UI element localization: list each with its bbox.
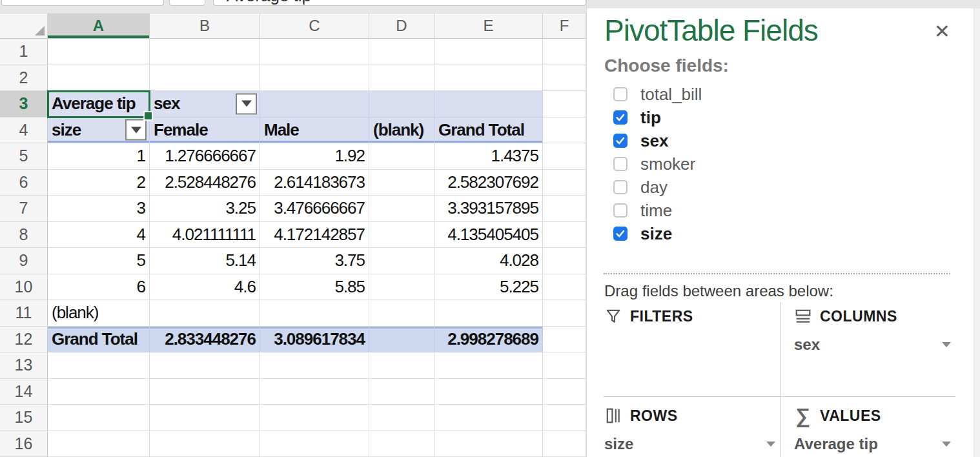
checkbox-unchecked[interactable] xyxy=(613,180,628,194)
column-header-F[interactable]: F xyxy=(543,14,586,38)
cell-C12[interactable]: 3.089617834 xyxy=(260,327,369,353)
field-row-total_bill[interactable]: total_bill xyxy=(604,83,953,106)
cell-A16[interactable] xyxy=(48,431,150,457)
cell-A4[interactable]: size xyxy=(48,117,150,144)
cell-E4[interactable]: Grand Total xyxy=(434,117,543,144)
area-item-Average tip[interactable]: Average tip xyxy=(794,435,951,453)
cell-A9[interactable]: 5 xyxy=(48,248,150,274)
cell-F3[interactable] xyxy=(543,91,586,117)
cell-C14[interactable] xyxy=(260,379,369,405)
cell-D13[interactable] xyxy=(369,352,434,379)
cell-F11[interactable] xyxy=(543,300,586,327)
cell-A13[interactable] xyxy=(48,352,150,379)
field-row-sex[interactable]: sex xyxy=(604,129,953,152)
cell-C10[interactable]: 5.85 xyxy=(260,274,369,301)
cell-E6[interactable]: 2.582307692 xyxy=(434,170,543,196)
cell-E13[interactable] xyxy=(434,352,543,379)
fx-button[interactable] xyxy=(169,0,205,6)
row-header-4[interactable]: 4 xyxy=(0,117,48,144)
column-header-B[interactable]: B xyxy=(150,14,260,38)
cell-B6[interactable]: 2.528448276 xyxy=(150,170,260,196)
cell-E12[interactable]: 2.998278689 xyxy=(434,327,543,353)
row-header-2[interactable]: 2 xyxy=(0,65,48,92)
cell-B11[interactable] xyxy=(150,300,260,327)
cell-C15[interactable] xyxy=(260,405,369,431)
cell-D10[interactable] xyxy=(369,274,434,301)
chevron-down-icon[interactable] xyxy=(942,442,951,447)
cell-E16[interactable] xyxy=(434,431,543,457)
cell-D4[interactable]: (blank) xyxy=(369,117,434,144)
values-area[interactable]: ∑ VALUES Average tip xyxy=(794,407,951,453)
row-header-3[interactable]: 3 xyxy=(0,91,48,117)
checkbox-checked[interactable] xyxy=(613,227,628,241)
cell-D6[interactable] xyxy=(369,170,434,196)
cell-C2[interactable] xyxy=(260,65,369,92)
cell-E2[interactable] xyxy=(434,65,543,92)
close-icon[interactable]: ✕ xyxy=(934,22,950,41)
cell-F4[interactable] xyxy=(543,117,586,144)
filter-dropdown-button[interactable] xyxy=(236,93,257,114)
cell-E9[interactable]: 4.028 xyxy=(434,248,543,274)
cell-D11[interactable] xyxy=(369,300,434,327)
cell-F14[interactable] xyxy=(543,379,586,405)
select-all-corner[interactable] xyxy=(0,14,48,38)
cell-B2[interactable] xyxy=(150,65,260,92)
cell-E7[interactable]: 3.393157895 xyxy=(434,196,543,222)
area-item-sex[interactable]: sex xyxy=(794,336,951,354)
cell-A14[interactable] xyxy=(48,379,150,405)
cell-C16[interactable] xyxy=(260,431,369,457)
cell-E14[interactable] xyxy=(434,379,543,405)
area-item-size[interactable]: size xyxy=(604,435,775,453)
cell-C9[interactable]: 3.75 xyxy=(260,248,369,274)
cell-B3[interactable]: sex xyxy=(150,91,260,117)
field-row-time[interactable]: time xyxy=(604,199,953,222)
chevron-down-icon[interactable] xyxy=(942,342,951,347)
cell-C5[interactable]: 1.92 xyxy=(260,143,369,170)
cell-E15[interactable] xyxy=(434,405,543,431)
chevron-down-icon[interactable] xyxy=(766,442,775,447)
columns-area[interactable]: COLUMNS sex xyxy=(794,307,951,354)
checkbox-checked[interactable] xyxy=(613,110,628,125)
cell-F8[interactable] xyxy=(543,222,586,249)
filter-dropdown-button[interactable] xyxy=(125,119,147,141)
cell-A1[interactable] xyxy=(48,39,150,65)
field-row-smoker[interactable]: smoker xyxy=(604,152,953,176)
cell-B4[interactable]: Female xyxy=(150,117,260,144)
cell-A3[interactable]: Average tip xyxy=(48,91,150,117)
cell-A2[interactable] xyxy=(48,65,150,92)
cell-F9[interactable] xyxy=(543,248,586,274)
cell-D9[interactable] xyxy=(369,248,434,274)
cell-B14[interactable] xyxy=(150,379,260,405)
row-header-1[interactable]: 1 xyxy=(0,39,48,65)
cell-B13[interactable] xyxy=(150,352,260,379)
row-header-15[interactable]: 15 xyxy=(0,405,48,431)
row-header-6[interactable]: 6 xyxy=(0,170,48,196)
cell-F6[interactable] xyxy=(543,170,586,196)
row-header-12[interactable]: 12 xyxy=(0,327,48,353)
checkbox-unchecked[interactable] xyxy=(613,203,628,218)
row-header-16[interactable]: 16 xyxy=(0,431,48,457)
cell-E1[interactable] xyxy=(434,39,543,65)
checkbox-checked[interactable] xyxy=(613,134,628,148)
cell-F2[interactable] xyxy=(543,65,586,92)
cell-E3[interactable] xyxy=(434,91,543,117)
cell-B15[interactable] xyxy=(150,405,260,431)
cell-D14[interactable] xyxy=(369,379,434,405)
cell-E10[interactable]: 5.225 xyxy=(434,274,543,301)
cell-F13[interactable] xyxy=(543,352,586,379)
column-header-A[interactable]: A xyxy=(48,14,150,38)
row-header-8[interactable]: 8 xyxy=(0,222,48,249)
row-header-14[interactable]: 14 xyxy=(0,379,48,405)
cell-B16[interactable] xyxy=(150,431,260,457)
cell-A8[interactable]: 4 xyxy=(48,222,150,249)
cell-F1[interactable] xyxy=(543,39,586,65)
row-header-7[interactable]: 7 xyxy=(0,196,48,222)
cell-B1[interactable] xyxy=(150,39,260,65)
panel-scrollbar-gutter[interactable] xyxy=(974,8,980,457)
cell-C13[interactable] xyxy=(260,352,369,379)
cell-A10[interactable]: 6 xyxy=(48,274,150,301)
cell-D8[interactable] xyxy=(369,222,434,249)
cell-E5[interactable]: 1.4375 xyxy=(434,143,543,170)
column-header-D[interactable]: D xyxy=(369,14,434,38)
field-row-day[interactable]: day xyxy=(604,176,953,199)
